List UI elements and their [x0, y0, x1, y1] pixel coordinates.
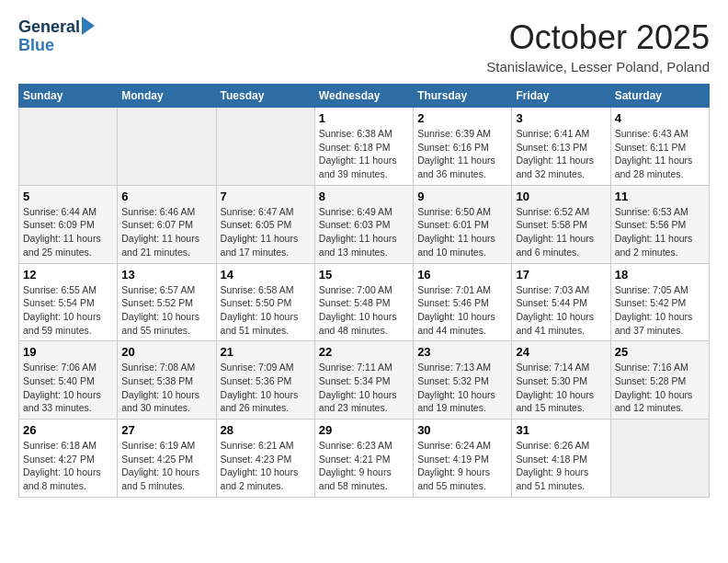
day-number: 7 — [221, 190, 311, 203]
calendar-cell: 18Sunrise: 7:05 AM Sunset: 5:42 PM Dayli… — [610, 263, 709, 341]
day-info: Sunrise: 6:58 AM Sunset: 5:50 PM Dayligh… — [221, 283, 311, 338]
day-number: 13 — [121, 268, 211, 282]
day-number: 10 — [516, 190, 606, 203]
day-info: Sunrise: 6:39 AM Sunset: 6:16 PM Dayligh… — [417, 127, 507, 181]
day-number: 22 — [319, 345, 409, 359]
day-info: Sunrise: 6:44 AM Sunset: 6:09 PM Dayligh… — [23, 205, 113, 259]
day-info: Sunrise: 6:52 AM Sunset: 5:58 PM Dayligh… — [516, 205, 606, 259]
calendar-cell: 12Sunrise: 6:55 AM Sunset: 5:54 PM Dayli… — [19, 263, 118, 341]
calendar-cell: 11Sunrise: 6:53 AM Sunset: 5:56 PM Dayli… — [610, 185, 709, 263]
day-info: Sunrise: 7:01 AM Sunset: 5:46 PM Dayligh… — [417, 283, 507, 338]
calendar-cell: 3Sunrise: 6:41 AM Sunset: 6:13 PM Daylig… — [512, 108, 610, 186]
page-header: General Blue October 2025 Stanislawice, … — [18, 18, 710, 75]
calendar-cell: 1Sunrise: 6:38 AM Sunset: 6:18 PM Daylig… — [314, 108, 413, 186]
day-number: 26 — [23, 423, 113, 437]
col-header-thursday: Thursday — [414, 85, 512, 108]
month-title: October 2025 — [486, 18, 710, 57]
day-info: Sunrise: 6:50 AM Sunset: 6:01 PM Dayligh… — [417, 205, 507, 259]
day-number: 15 — [319, 268, 409, 282]
day-info: Sunrise: 7:09 AM Sunset: 5:36 PM Dayligh… — [221, 361, 311, 415]
day-number: 1 — [319, 111, 409, 125]
day-info: Sunrise: 7:05 AM Sunset: 5:42 PM Dayligh… — [615, 283, 705, 338]
calendar-cell: 2Sunrise: 6:39 AM Sunset: 6:16 PM Daylig… — [414, 108, 512, 186]
day-number: 28 — [221, 423, 311, 437]
day-info: Sunrise: 7:08 AM Sunset: 5:38 PM Dayligh… — [121, 361, 211, 415]
calendar-cell: 30Sunrise: 6:24 AM Sunset: 4:19 PM Dayli… — [414, 419, 512, 498]
logo: General Blue — [18, 18, 98, 55]
calendar-cell: 5Sunrise: 6:44 AM Sunset: 6:09 PM Daylig… — [19, 185, 118, 263]
location-subtitle: Stanislawice, Lesser Poland, Poland — [486, 59, 710, 75]
day-info: Sunrise: 6:19 AM Sunset: 4:25 PM Dayligh… — [121, 439, 211, 493]
day-info: Sunrise: 6:23 AM Sunset: 4:21 PM Dayligh… — [319, 439, 409, 493]
calendar-cell: 24Sunrise: 7:14 AM Sunset: 5:30 PM Dayli… — [512, 341, 610, 419]
calendar-cell: 9Sunrise: 6:50 AM Sunset: 6:01 PM Daylig… — [414, 185, 512, 263]
day-number: 30 — [417, 423, 507, 437]
day-number: 14 — [221, 268, 311, 282]
calendar-cell: 22Sunrise: 7:11 AM Sunset: 5:34 PM Dayli… — [314, 341, 413, 419]
calendar-cell: 13Sunrise: 6:57 AM Sunset: 5:52 PM Dayli… — [118, 263, 216, 341]
col-header-saturday: Saturday — [610, 85, 709, 108]
calendar-cell: 17Sunrise: 7:03 AM Sunset: 5:44 PM Dayli… — [512, 263, 610, 341]
day-info: Sunrise: 7:03 AM Sunset: 5:44 PM Dayligh… — [516, 283, 606, 338]
calendar-week-row: 26Sunrise: 6:18 AM Sunset: 4:27 PM Dayli… — [19, 419, 710, 498]
calendar-week-row: 19Sunrise: 7:06 AM Sunset: 5:40 PM Dayli… — [19, 341, 710, 419]
day-number: 27 — [121, 423, 211, 437]
day-info: Sunrise: 6:57 AM Sunset: 5:52 PM Dayligh… — [121, 283, 211, 338]
calendar-cell: 26Sunrise: 6:18 AM Sunset: 4:27 PM Dayli… — [19, 419, 118, 498]
day-info: Sunrise: 7:14 AM Sunset: 5:30 PM Dayligh… — [516, 361, 606, 415]
calendar-cell: 14Sunrise: 6:58 AM Sunset: 5:50 PM Dayli… — [216, 263, 314, 341]
day-info: Sunrise: 7:16 AM Sunset: 5:28 PM Dayligh… — [615, 361, 705, 415]
calendar-cell: 7Sunrise: 6:47 AM Sunset: 6:05 PM Daylig… — [216, 185, 314, 263]
calendar-cell: 20Sunrise: 7:08 AM Sunset: 5:38 PM Dayli… — [118, 341, 216, 419]
day-number: 21 — [221, 345, 311, 359]
day-number: 25 — [615, 345, 705, 359]
calendar-week-row: 12Sunrise: 6:55 AM Sunset: 5:54 PM Dayli… — [19, 263, 710, 341]
calendar-cell: 6Sunrise: 6:46 AM Sunset: 6:07 PM Daylig… — [118, 185, 216, 263]
day-info: Sunrise: 6:26 AM Sunset: 4:18 PM Dayligh… — [516, 439, 606, 493]
col-header-wednesday: Wednesday — [314, 85, 413, 108]
calendar-cell — [19, 108, 118, 186]
calendar-cell: 25Sunrise: 7:16 AM Sunset: 5:28 PM Dayli… — [610, 341, 709, 419]
day-number: 5 — [23, 190, 113, 203]
calendar-cell — [610, 419, 709, 498]
calendar-cell: 29Sunrise: 6:23 AM Sunset: 4:21 PM Dayli… — [314, 419, 413, 498]
day-number: 29 — [319, 423, 409, 437]
calendar-cell — [216, 108, 314, 186]
day-number: 17 — [516, 268, 606, 282]
col-header-sunday: Sunday — [19, 85, 118, 108]
calendar-cell — [118, 108, 216, 186]
calendar-cell: 10Sunrise: 6:52 AM Sunset: 5:58 PM Dayli… — [512, 185, 610, 263]
day-info: Sunrise: 6:53 AM Sunset: 5:56 PM Dayligh… — [615, 205, 705, 259]
day-info: Sunrise: 6:46 AM Sunset: 6:07 PM Dayligh… — [121, 205, 211, 259]
day-info: Sunrise: 6:43 AM Sunset: 6:11 PM Dayligh… — [615, 127, 705, 181]
day-info: Sunrise: 6:18 AM Sunset: 4:27 PM Dayligh… — [23, 439, 113, 493]
day-number: 23 — [417, 345, 507, 359]
day-info: Sunrise: 6:38 AM Sunset: 6:18 PM Dayligh… — [319, 127, 409, 181]
logo-arrow-icon — [82, 17, 95, 35]
col-header-tuesday: Tuesday — [216, 85, 314, 108]
logo-text-blue: Blue — [18, 37, 54, 55]
day-number: 20 — [121, 345, 211, 359]
calendar-cell: 27Sunrise: 6:19 AM Sunset: 4:25 PM Dayli… — [118, 419, 216, 498]
day-info: Sunrise: 6:55 AM Sunset: 5:54 PM Dayligh… — [23, 283, 113, 338]
day-number: 31 — [516, 423, 606, 437]
title-block: October 2025 Stanislawice, Lesser Poland… — [486, 18, 710, 75]
day-number: 24 — [516, 345, 606, 359]
calendar-cell: 21Sunrise: 7:09 AM Sunset: 5:36 PM Dayli… — [216, 341, 314, 419]
calendar-cell: 19Sunrise: 7:06 AM Sunset: 5:40 PM Dayli… — [19, 341, 118, 419]
day-number: 12 — [23, 268, 113, 282]
day-info: Sunrise: 7:00 AM Sunset: 5:48 PM Dayligh… — [319, 283, 409, 338]
calendar-cell: 4Sunrise: 6:43 AM Sunset: 6:11 PM Daylig… — [610, 108, 709, 186]
calendar-cell: 8Sunrise: 6:49 AM Sunset: 6:03 PM Daylig… — [314, 185, 413, 263]
day-info: Sunrise: 6:49 AM Sunset: 6:03 PM Dayligh… — [319, 205, 409, 259]
day-info: Sunrise: 6:47 AM Sunset: 6:05 PM Dayligh… — [221, 205, 311, 259]
calendar-cell: 31Sunrise: 6:26 AM Sunset: 4:18 PM Dayli… — [512, 419, 610, 498]
day-info: Sunrise: 6:41 AM Sunset: 6:13 PM Dayligh… — [516, 127, 606, 181]
day-number: 8 — [319, 190, 409, 203]
calendar-cell: 23Sunrise: 7:13 AM Sunset: 5:32 PM Dayli… — [414, 341, 512, 419]
calendar-table: SundayMondayTuesdayWednesdayThursdayFrid… — [18, 84, 710, 498]
day-number: 4 — [615, 111, 705, 125]
day-number: 6 — [121, 190, 211, 203]
day-info: Sunrise: 7:06 AM Sunset: 5:40 PM Dayligh… — [23, 361, 113, 415]
col-header-monday: Monday — [118, 85, 216, 108]
